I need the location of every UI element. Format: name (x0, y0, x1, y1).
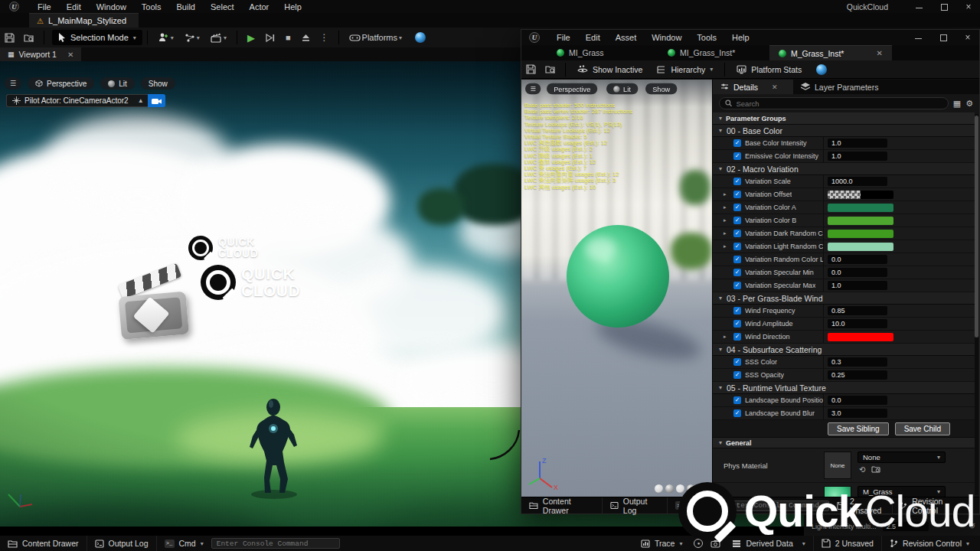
asset-tab-close-icon[interactable]: ✕ (877, 49, 883, 57)
parameter-checkbox[interactable]: ✓ (733, 269, 741, 276)
parameter-color-swatch[interactable] (828, 191, 893, 199)
menu-actor[interactable]: Actor (242, 2, 277, 11)
expander-icon[interactable]: ▸ (724, 217, 730, 223)
parameter-checkbox[interactable]: ✓ (733, 217, 741, 224)
eject-button[interactable] (302, 34, 310, 42)
parameter-checkbox[interactable]: ✓ (733, 396, 741, 404)
play-button[interactable]: ▶ (247, 32, 255, 44)
details-scrollbar[interactable] (975, 114, 978, 495)
play-options-kebab-icon[interactable]: ⋮ (320, 32, 329, 43)
details-tab-close-icon[interactable]: ✕ (772, 83, 778, 91)
save-icon[interactable] (5, 33, 15, 43)
content-drawer-button[interactable]: Content Drawer (0, 536, 87, 551)
parameter-color-swatch[interactable] (828, 204, 893, 212)
general-section-header[interactable]: ▾ General (713, 437, 975, 448)
menu-window[interactable]: Window (89, 2, 134, 11)
console-command-input[interactable] (211, 538, 340, 549)
show-dropdown[interactable]: Show (141, 77, 175, 90)
parameter-checkbox[interactable]: ✓ (733, 371, 741, 379)
parameter-checkbox[interactable]: ✓ (733, 204, 741, 211)
parameter-checkbox[interactable]: ✓ (733, 320, 741, 328)
hierarchy-dropdown[interactable]: Hierarchy ▾ (649, 60, 720, 78)
parameter-checkbox[interactable]: ✓ (733, 152, 741, 160)
parameter-color-swatch[interactable] (828, 243, 893, 251)
asset-tab[interactable]: M_Grass_Inst*✕ (769, 45, 892, 60)
show-inactive-toggle[interactable]: Show Inactive (570, 60, 649, 78)
robot-character[interactable] (239, 396, 308, 500)
menu-edit[interactable]: Edit (59, 2, 89, 11)
menu-file[interactable]: File (30, 2, 59, 11)
preview-shape-button-1[interactable] (665, 484, 674, 493)
preview-perspective-dropdown[interactable]: Perspective (547, 83, 597, 95)
selection-mode-dropdown[interactable]: Selection Mode ▾ (52, 30, 142, 45)
cmd-dropdown[interactable]: >_ Cmd ▾ (157, 536, 211, 551)
parameter-checkbox[interactable]: ✓ (733, 358, 741, 366)
parameter-checkbox[interactable]: ✓ (733, 178, 741, 185)
group-header[interactable]: ▾05 - Runtime Virtual Texture (713, 382, 975, 394)
viewport-options-hamburger-icon[interactable]: ☰ (5, 77, 21, 90)
browse-content-icon[interactable] (545, 64, 556, 74)
parameter-checkbox[interactable]: ✓ (733, 282, 741, 289)
close-icon[interactable]: × (965, 3, 972, 11)
parameter-groups-header[interactable]: ▾ Parameter Groups (713, 112, 975, 125)
tab-details[interactable]: Details ✕ (713, 80, 793, 94)
expander-icon[interactable]: ▸ (724, 243, 730, 249)
parameter-color-swatch[interactable] (828, 230, 893, 238)
parameter-checkbox[interactable]: ✓ (733, 243, 741, 250)
menu-file[interactable]: File (549, 33, 578, 42)
group-header[interactable]: ▾02 - Macro Variation (713, 163, 975, 175)
level-tab[interactable]: ⚠ L_MainMap_Stylized (29, 13, 139, 28)
minimize-icon[interactable] (916, 3, 923, 11)
group-header[interactable]: ▾00 - Base Color (713, 125, 975, 137)
phys-material-dropdown[interactable]: None ▾ (858, 452, 946, 463)
add-actor-button[interactable]: ▾ (158, 32, 174, 43)
settings-gear-icon[interactable]: ⚙ (965, 99, 973, 109)
display-options-grid-icon[interactable]: ▦ (953, 99, 961, 109)
menu-edit[interactable]: Edit (578, 33, 608, 42)
expander-icon[interactable]: ▸ (724, 191, 730, 197)
parameter-value-input[interactable]: 1000.0 (828, 177, 887, 186)
preview-shape-button-0[interactable] (655, 484, 663, 493)
platforms-dropdown[interactable]: Platforms ▾ (349, 33, 402, 42)
bridge-sphere-icon[interactable] (816, 64, 827, 75)
parameter-checkbox[interactable]: ✓ (733, 139, 741, 147)
parameter-checkbox[interactable]: ✓ (733, 333, 741, 341)
viewport-tab[interactable]: ▦ Viewport 1 ✕ (0, 47, 81, 61)
close-icon[interactable]: × (964, 34, 972, 41)
menu-build[interactable]: Build (169, 2, 203, 11)
parameter-color-swatch[interactable] (828, 217, 893, 225)
parameter-value-input[interactable]: 0.0 (828, 396, 887, 405)
pilot-actor-bar[interactable]: Pilot Actor: CineCameraActor2 (6, 94, 134, 107)
material-preview-viewport[interactable]: Base pass shader: 500 instructionsBase p… (521, 80, 713, 497)
menu-tools[interactable]: Tools (689, 33, 724, 42)
parameter-value-input[interactable]: 1.0 (828, 152, 887, 161)
parameter-value-input[interactable]: 10.0 (828, 319, 887, 328)
parameter-checkbox[interactable]: ✓ (733, 256, 741, 263)
menu-window[interactable]: Window (644, 33, 689, 42)
content-drawer-button[interactable]: Content Drawer (521, 497, 602, 514)
cinematics-button[interactable]: ▾ (211, 33, 227, 43)
parameter-value-input[interactable]: 0.25 (828, 370, 887, 380)
perspective-dropdown[interactable]: Perspective (28, 77, 94, 90)
parameter-value-input[interactable]: 1.0 (828, 281, 887, 290)
tab-layer-parameters[interactable]: Layer Parameters (793, 80, 886, 94)
parameter-value-input[interactable]: 1.0 (828, 139, 887, 148)
parameter-color-swatch[interactable] (828, 333, 893, 341)
asset-tab[interactable]: MI_Grass (547, 45, 658, 60)
group-header[interactable]: ▾04 - Subsurface Scattering (713, 344, 975, 356)
parameter-value-input[interactable]: 0.0 (828, 255, 887, 264)
save-sibling-button[interactable]: Save Sibling (828, 422, 889, 435)
output-log-button[interactable]: Output Log (603, 497, 667, 514)
stop-piloting-button[interactable]: ▲ (134, 94, 148, 107)
bridge-sphere-icon[interactable] (415, 32, 426, 43)
menu-help[interactable]: Help (724, 33, 757, 42)
use-selected-asset-icon[interactable]: ⟲ (859, 465, 865, 474)
preview-lit-dropdown[interactable]: Lit (606, 83, 638, 95)
browse-content-icon[interactable] (24, 33, 34, 43)
maximize-icon[interactable] (940, 3, 948, 11)
parameter-checkbox[interactable]: ✓ (733, 191, 741, 198)
phys-material-thumbnail[interactable]: None (824, 452, 851, 479)
blueprints-button[interactable]: ▾ (185, 33, 200, 43)
preview-options-hamburger-icon[interactable]: ☰ (525, 83, 541, 95)
output-log-button[interactable]: Output Log (87, 536, 156, 551)
